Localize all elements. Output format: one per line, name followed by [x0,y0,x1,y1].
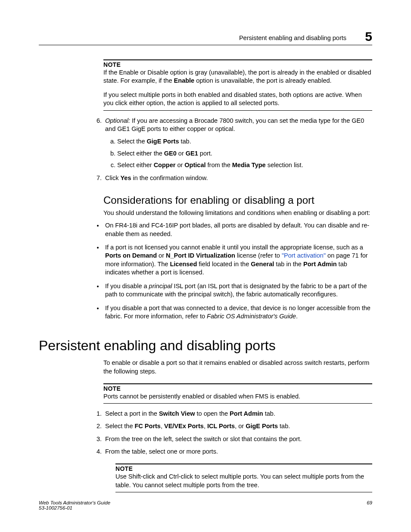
persistent-steps: Select a port in the Switch View to open… [92,410,372,456]
bullet-1: On FR4-18i and FC4-16IP port blades, all… [103,221,372,238]
section-heading-persistent: Persistent enabling and disabling ports [39,338,372,354]
substeps: Select the GigE Ports tab. Select either… [105,137,372,169]
note2-label: NOTE [103,385,372,392]
steps-continued: Optional: If you are accessing a Brocade… [92,117,372,183]
note3-block: NOTE Use Shift-click and Ctrl-click to s… [115,464,372,492]
note2-rule-bottom [103,403,372,404]
persistent-intro: To enable or disable a port so that it r… [103,359,372,375]
page: Persistent enabling and disabling ports … [0,0,411,532]
bullet-3: If you disable a principal ISL port (an … [103,282,372,299]
pstep-4: From the table, select one or more ports… [103,448,372,456]
step-6a: Select the GigE Ports tab. [117,137,372,146]
note3-label: NOTE [115,465,372,472]
note3-rule-bottom [115,492,372,492]
page-footer: Web Tools Administrator's Guide 53-10027… [39,500,372,510]
note2-rule-top [103,383,372,384]
section-heading-considerations: Considerations for enabling or disabling… [103,194,372,206]
pstep-3: From the tree on the left, select the sw… [103,435,372,443]
page-header: Persistent enabling and disabling ports … [39,34,372,52]
chapter-number: 5 [365,29,372,44]
note2-text: Ports cannot be persistently enabled or … [103,392,372,401]
running-head: Persistent enabling and disabling ports [239,34,346,41]
pstep-1: Select a port in the Switch View to open… [103,410,372,418]
footer-title: Web Tools Administrator's Guide [39,500,372,505]
bullet-4: If you disable a port that was connected… [103,304,372,321]
considerations-intro: You should understand the following limi… [103,209,372,217]
note-label: NOTE [103,61,372,68]
note3-text: Use Shift-click and Ctrl-click to select… [115,473,372,489]
step-7: Click Yes in the confirmation window. [103,174,372,182]
note-text-2: If you select multiple ports in both ena… [103,91,372,107]
note-rule-top [103,59,372,60]
footer-pagenum: 69 [367,500,372,505]
footer-docnum: 53-1002756-01 [39,505,372,510]
note3-rule-top [115,464,372,464]
port-activation-link[interactable]: "Port activation" [282,252,326,259]
step-6c: Select either Copper or Optical from the… [117,161,372,169]
bullet-2: If a port is not licensed you cannot ena… [103,243,372,277]
note-text: If the Enable or Disable option is gray … [103,68,372,85]
pstep-2: Select the FC Ports, VE/VEx Ports, ICL P… [103,422,372,430]
step-6b: Select either the GE0 or GE1 port. [117,149,372,158]
body: NOTE If the Enable or Disable option is … [103,59,372,492]
considerations-list: On FR4-18i and FC4-16IP port blades, all… [92,221,372,320]
header-rule [39,45,372,45]
note-rule-bottom [103,110,372,111]
step-6: Optional: If you are accessing a Brocade… [103,117,372,170]
